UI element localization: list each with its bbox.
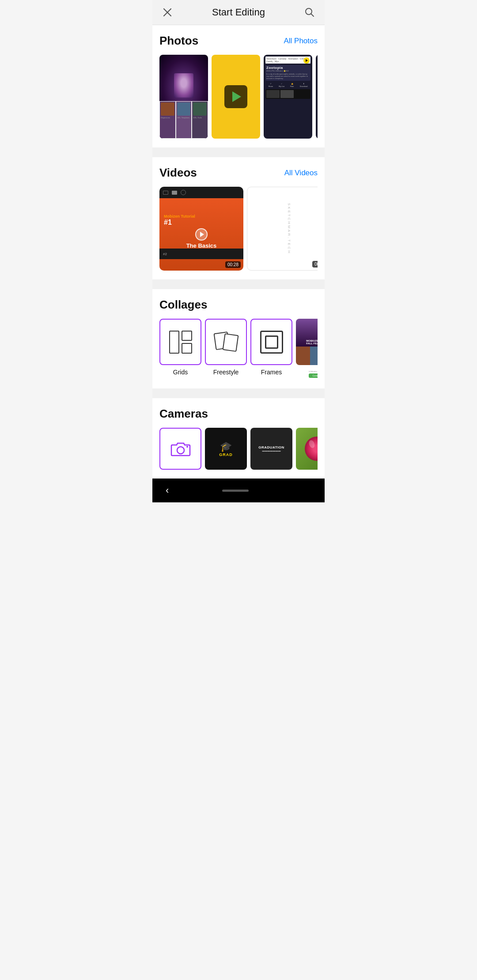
collage-thumb-freestyle	[205, 319, 247, 365]
collage-item-grids[interactable]: Grids	[159, 319, 201, 380]
videos-section-header: Videos All Videos	[159, 166, 318, 180]
video-thumbnail-2[interactable]: SKETCHMAR.TECH 00:01	[247, 187, 318, 271]
camera-icon	[170, 440, 192, 458]
cameras-section-header: Cameras	[159, 407, 318, 421]
cameras-section: Cameras 🎓 GRAD GRADUATI	[152, 398, 325, 479]
svg-line-3	[311, 14, 314, 17]
navigation-bar: ‹	[152, 479, 325, 502]
header: Start Editing	[152, 0, 325, 25]
collages-thumbnails-row: Grids Freestyle Frame	[159, 319, 318, 384]
close-button[interactable]	[161, 6, 174, 19]
svg-point-5	[186, 446, 188, 448]
collage-label-frames: Frames	[261, 369, 282, 376]
home-indicator	[222, 490, 249, 492]
video-thumbnail-1[interactable]: Mobizen Tutorial #1 The Basics Mobizen T…	[159, 187, 243, 271]
cameras-title: Cameras	[159, 407, 208, 421]
photos-thumbnails-row: Dispersions 100+ Templates 100+ Tools 12	[159, 55, 318, 143]
camera-item-1[interactable]	[159, 428, 201, 470]
all-photos-link[interactable]: All Photos	[284, 37, 318, 45]
photos-section-header: Photos All Photos	[159, 34, 318, 48]
collage-thumb-photo: MOBIUZENFALL FEATURES	[296, 319, 318, 365]
collage-item-freestyle[interactable]: Freestyle	[205, 319, 247, 380]
photo-thumbnail-3[interactable]: Adventure · Comedy · Animation · Crime ·…	[264, 55, 312, 139]
photos-title: Photos	[159, 34, 198, 48]
play-icon[interactable]	[224, 85, 247, 108]
videos-section: Videos All Videos Mobizen Tutorial #1 Th…	[152, 157, 325, 279]
collage-item-frames[interactable]: Frames	[250, 319, 292, 380]
photo-thumbnail-1[interactable]: Dispersions 100+ Templates 100+ Tools 12	[159, 55, 208, 139]
photo-thumbnail-2[interactable]	[212, 55, 260, 139]
collage-thumb-grids	[159, 319, 201, 365]
collage-label-grids: Grids	[173, 369, 188, 376]
collage-item-photo[interactable]: MOBIUZENFALL FEATURES 12 Months: €2.91/m…	[296, 319, 318, 380]
videos-title: Videos	[159, 166, 197, 180]
camera-item-2[interactable]: 🎓 GRAD	[205, 428, 247, 470]
video-duration-1: 00:28	[225, 261, 241, 268]
collage-label-freestyle: Freestyle	[213, 369, 239, 376]
all-videos-link[interactable]: All Videos	[284, 169, 318, 177]
videos-thumbnails-row: Mobizen Tutorial #1 The Basics Mobizen T…	[159, 187, 318, 275]
svg-point-4	[177, 447, 184, 454]
collages-section: Collages Grids	[152, 289, 325, 388]
back-button[interactable]: ‹	[166, 485, 169, 496]
photo-thumbnail-4[interactable]: Adventure · Comedy · Animation · Crime ·…	[316, 55, 318, 139]
collages-title: Collages	[159, 298, 207, 312]
camera-item-3[interactable]: GRADUATION ▬▬▬▬▬▬▬	[250, 428, 292, 470]
collages-section-header: Collages	[159, 298, 318, 312]
cameras-thumbnails-row: 🎓 GRAD GRADUATION ▬▬▬▬▬▬▬	[159, 428, 318, 474]
camera-item-4[interactable]	[296, 428, 318, 470]
video-duration-2: 00:01	[312, 261, 318, 268]
page-title: Start Editing	[174, 7, 303, 18]
photos-section: Photos All Photos Dispersions 100+ Tem	[152, 25, 325, 147]
search-button[interactable]	[303, 6, 316, 19]
collage-thumb-frames	[250, 319, 292, 365]
